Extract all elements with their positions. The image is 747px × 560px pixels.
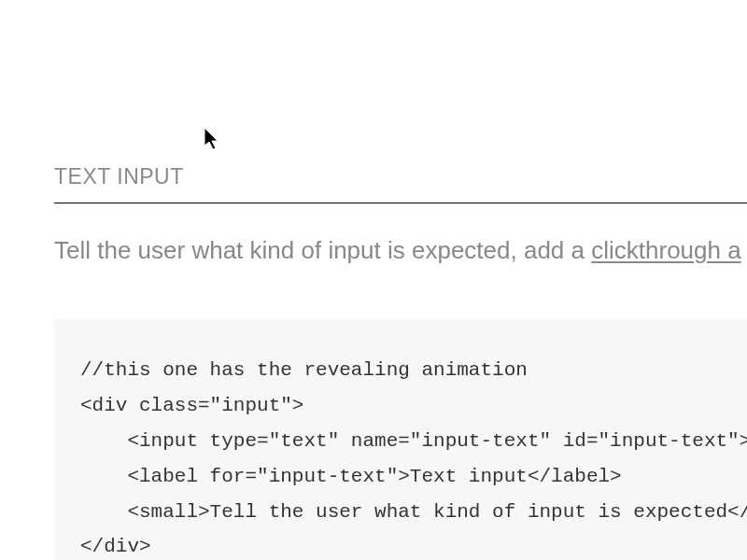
code-line-5: <small>Tell the user what kind of input … [80, 501, 747, 523]
helper-text-before: Tell the user what kind of input is expe… [54, 236, 591, 264]
text-input-label: TEXT INPUT [54, 164, 184, 189]
code-line-2: <div class="input"> [80, 395, 303, 416]
text-input-field[interactable]: TEXT INPUT [54, 164, 747, 203]
clickthrough-link[interactable]: clickthrough a [591, 236, 740, 264]
code-line-6: </div> [80, 536, 151, 557]
code-line-1: //this one has the revealing animation [80, 359, 528, 381]
code-line-4: <label for="input-text">Text input</labe… [80, 466, 622, 487]
helper-text: Tell the user what kind of input is expe… [54, 233, 747, 267]
code-block: //this one has the revealing animation <… [54, 319, 747, 560]
code-line-3: <input type="text" name="input-text" id=… [80, 430, 747, 452]
